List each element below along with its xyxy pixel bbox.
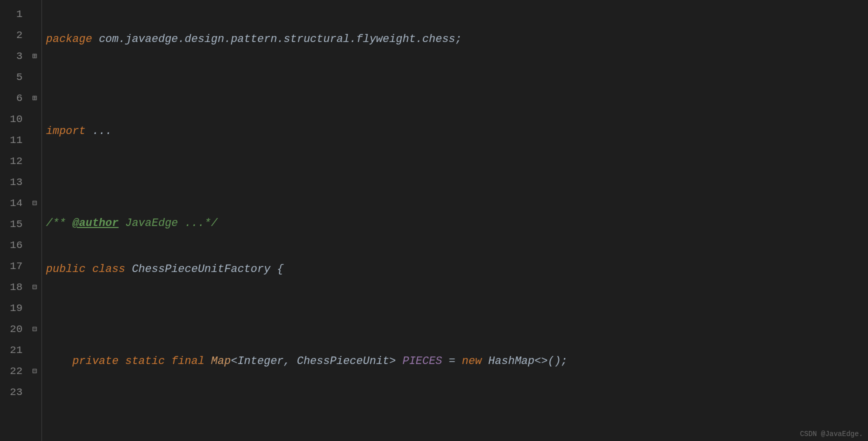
line-number: 12: [0, 151, 22, 172]
code-line: public class ChessPieceUnitFactory {: [46, 259, 868, 280]
code-line: private static final Map<Integer, ChessP…: [46, 351, 868, 372]
fold-marker[interactable]: [28, 256, 42, 277]
fold-marker[interactable]: [28, 214, 42, 235]
fold-marker[interactable]: [28, 298, 42, 319]
line-number: 2: [0, 25, 22, 46]
fold-marker[interactable]: [28, 340, 42, 361]
fold-marker[interactable]: [28, 172, 42, 193]
fold-marker[interactable]: [28, 382, 42, 403]
line-number: 20: [0, 319, 22, 340]
line-number: 22: [0, 361, 22, 382]
line-number: 16: [0, 235, 22, 256]
fold-marker[interactable]: ⊞: [28, 46, 42, 67]
fold-marker[interactable]: ⊟: [28, 193, 42, 214]
watermark-text: CSDN @JavaEdge.: [800, 430, 863, 438]
line-number: 18: [0, 277, 22, 298]
line-number: 23: [0, 382, 22, 403]
fold-marker[interactable]: ⊟: [28, 319, 42, 340]
fold-marker[interactable]: [28, 130, 42, 151]
line-number: 21: [0, 340, 22, 361]
fold-column: ⊞ ⊞ ⊟ ⊟ ⊟ ⊟: [28, 0, 42, 441]
fold-marker[interactable]: ⊟: [28, 361, 42, 382]
line-number-gutter: 1 2 3 5 6 10 11 12 13 14 15 16 17 18 19 …: [0, 0, 28, 441]
code-line: [46, 167, 868, 188]
code-line: [46, 305, 868, 326]
code-line: /** @author JavaEdge ...*/: [46, 213, 868, 234]
code-line: [46, 75, 868, 96]
line-number: 6: [0, 88, 22, 109]
line-number: 1: [0, 4, 22, 25]
code-line: package com.javaedge.design.pattern.stru…: [46, 29, 868, 50]
line-number: 14: [0, 193, 22, 214]
line-number: 13: [0, 172, 22, 193]
fold-marker[interactable]: [28, 151, 42, 172]
line-number: 15: [0, 214, 22, 235]
fold-marker[interactable]: ⊞: [28, 88, 42, 109]
line-number: 17: [0, 256, 22, 277]
code-area[interactable]: package com.javaedge.design.pattern.stru…: [42, 0, 868, 441]
line-number: 11: [0, 130, 22, 151]
line-number: 10: [0, 109, 22, 130]
fold-marker[interactable]: [28, 235, 42, 256]
code-line: import ...: [46, 121, 868, 142]
line-number: 19: [0, 298, 22, 319]
fold-marker[interactable]: ⊟: [28, 277, 42, 298]
code-editor[interactable]: 1 2 3 5 6 10 11 12 13 14 15 16 17 18 19 …: [0, 0, 868, 441]
line-number: 3: [0, 46, 22, 67]
line-number: 5: [0, 67, 22, 88]
fold-marker[interactable]: [28, 4, 42, 25]
code-line: [46, 397, 868, 418]
fold-marker[interactable]: [28, 25, 42, 46]
fold-marker[interactable]: [28, 67, 42, 88]
fold-marker[interactable]: [28, 109, 42, 130]
